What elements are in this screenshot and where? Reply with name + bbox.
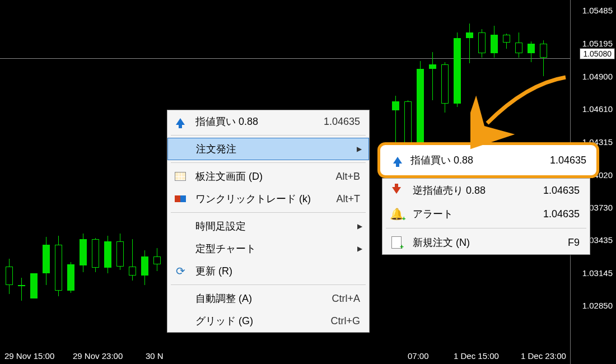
menu-item[interactable]: ワンクリックトレード (k)Alt+T bbox=[167, 188, 369, 210]
y-tick: 1.04900 bbox=[582, 72, 613, 81]
menu-item-label: 更新 (R) bbox=[195, 264, 360, 278]
arrow-up-icon bbox=[391, 154, 404, 166]
current-price-tag: 1.05080 bbox=[580, 48, 615, 59]
y-tick: 1.05195 bbox=[582, 39, 613, 48]
menu-item[interactable]: 板注文画面 (D)Alt+B bbox=[167, 165, 369, 188]
submenu-item[interactable]: 🔔アラート1.04635 bbox=[382, 202, 590, 226]
submenu-item-label: 逆指値売り 0.88 bbox=[413, 184, 532, 197]
context-menu[interactable]: 指値買い 0.881.04635注文発注▶板注文画面 (D)Alt+Bワンクリッ… bbox=[167, 110, 370, 333]
menu-item-accel: Alt+T bbox=[336, 193, 360, 205]
y-tick: 1.02850 bbox=[582, 301, 613, 310]
menu-item-label: グリッド (G) bbox=[195, 314, 317, 328]
x-tick: 29 Nov 23:00 bbox=[73, 351, 123, 361]
menu-item[interactable]: 時間足設定▶ bbox=[167, 215, 369, 237]
x-tick: 1 Dec 23:00 bbox=[521, 351, 566, 361]
menu-item[interactable]: ⟳更新 (R) bbox=[167, 260, 369, 282]
annotation-arrow bbox=[470, 73, 582, 157]
menu-item-label: 注文発注 bbox=[196, 142, 360, 156]
price-line bbox=[0, 58, 570, 59]
submenu-item-value: F9 bbox=[568, 237, 580, 249]
menu-item-label: 定型チャート bbox=[195, 242, 360, 255]
menu-item[interactable]: 注文発注▶ bbox=[167, 138, 369, 160]
submenu-item[interactable]: 逆指値売り 0.881.04635 bbox=[382, 179, 590, 202]
menu-separator bbox=[171, 162, 366, 163]
new-doc-icon bbox=[390, 236, 403, 249]
refresh-icon: ⟳ bbox=[174, 265, 186, 277]
submenu-item-label: 新規注文 (N) bbox=[413, 236, 557, 249]
arrow-up-icon bbox=[174, 115, 186, 128]
x-tick: 29 Nov 15:00 bbox=[4, 351, 54, 361]
menu-separator bbox=[171, 284, 366, 285]
submenu-arrow-icon: ▶ bbox=[357, 245, 362, 253]
y-tick: 1.05485 bbox=[582, 6, 613, 15]
menu-item-accel: 1.04635 bbox=[324, 116, 360, 128]
menu-item-accel: Ctrl+A bbox=[332, 293, 360, 305]
submenu-item[interactable]: 新規注文 (N)F9 bbox=[382, 231, 590, 254]
menu-item[interactable]: 自動調整 (A)Ctrl+A bbox=[167, 287, 369, 310]
menu-item[interactable]: 指値買い 0.881.04635 bbox=[167, 110, 369, 133]
order-submenu[interactable]: 逆指値売り 0.881.04635🔔アラート1.04635新規注文 (N)F9 bbox=[382, 178, 590, 255]
x-tick: 1 Dec 15:00 bbox=[454, 351, 499, 361]
grid-icon bbox=[174, 170, 186, 183]
bell-icon: 🔔 bbox=[390, 208, 403, 220]
y-tick: 1.03145 bbox=[582, 268, 613, 278]
menu-item-label: 自動調整 (A) bbox=[195, 292, 318, 305]
submenu-arrow-icon: ▶ bbox=[357, 145, 362, 153]
menu-separator bbox=[171, 212, 366, 213]
menu-item-accel: Ctrl+G bbox=[330, 315, 360, 327]
menu-item-label: 時間足設定 bbox=[195, 220, 360, 233]
menu-item-label: ワンクリックトレード (k) bbox=[195, 192, 323, 206]
submenu-item-label: アラート bbox=[413, 207, 532, 221]
submenu-item-value: 1.04635 bbox=[543, 185, 580, 197]
menu-item[interactable]: グリッド (G)Ctrl+G bbox=[167, 310, 369, 332]
x-tick: 30 N bbox=[146, 351, 164, 361]
menu-separator bbox=[171, 135, 366, 136]
menu-item-accel: Alt+B bbox=[335, 171, 360, 183]
arrow-down-icon bbox=[390, 184, 403, 197]
submenu-arrow-icon: ▶ bbox=[357, 222, 362, 230]
oneclick-icon bbox=[174, 193, 186, 205]
menu-item[interactable]: 定型チャート▶ bbox=[167, 237, 369, 260]
y-tick: 1.04610 bbox=[582, 104, 613, 114]
menu-item-label: 板注文画面 (D) bbox=[195, 170, 322, 183]
menu-item-label: 指値買い 0.88 bbox=[195, 115, 310, 128]
submenu-item-value: 1.04635 bbox=[543, 208, 580, 220]
menu-separator bbox=[386, 228, 586, 228]
x-tick: 07:00 bbox=[408, 351, 429, 361]
